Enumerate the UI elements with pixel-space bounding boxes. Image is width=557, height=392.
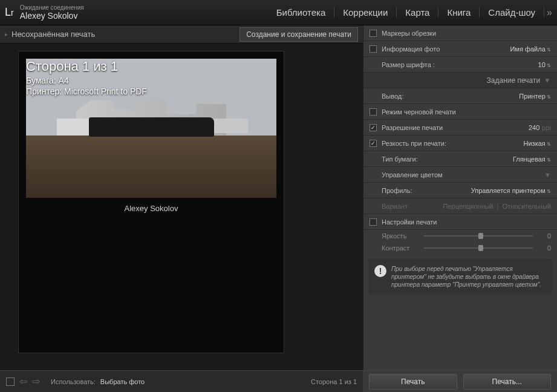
color-mgmt-row[interactable]: Управление цветом ▼ xyxy=(363,167,557,183)
printer-label: Принтер: Microsoft Print to PDF xyxy=(26,87,147,96)
brightness-row: Яркость 0 xyxy=(363,230,557,242)
nav-library[interactable]: Библиотека xyxy=(268,7,335,18)
variant-relative: Относительный xyxy=(503,203,551,210)
info-text: При выборе перед печатью "Управляется пр… xyxy=(391,265,546,289)
crop-markers-checkbox[interactable] xyxy=(370,30,377,37)
sub-toolbar: ▸ Несохранённая печать Создание и сохран… xyxy=(0,25,363,44)
print-dialog-button[interactable]: Печать... xyxy=(463,374,552,390)
info-box: ! При выборе перед печатью "Управляется … xyxy=(368,259,552,295)
contrast-slider[interactable] xyxy=(424,247,533,249)
user-block: Ожидание соединения Alexey Sokolov xyxy=(20,4,268,21)
print-button[interactable]: Печать xyxy=(369,374,457,390)
next-arrow-icon[interactable]: ⇨ xyxy=(32,376,40,387)
resolution-unit: ppi xyxy=(542,124,551,131)
use-dropdown[interactable]: Выбрать фото xyxy=(100,378,145,385)
collapse-icon: ▼ xyxy=(544,76,551,85)
print-job-title: Задание печати xyxy=(487,76,541,85)
resolution-checkbox[interactable] xyxy=(370,124,377,131)
page-overlay: Сторона 1 из 1 Бумага: A4 Принтер: Micro… xyxy=(26,59,147,96)
output-row: Вывод: Принтер xyxy=(363,88,557,104)
top-nav: Библиотека Коррекции Карта Книга Слайд-ш… xyxy=(268,7,552,18)
crop-markers-label: Маркеры обрезки xyxy=(382,30,551,37)
footer-right: Печать Печать... xyxy=(363,371,557,392)
profile-dropdown[interactable]: Управляется принтером xyxy=(471,187,551,194)
output-dropdown[interactable]: Принтер xyxy=(519,93,551,100)
contrast-row: Контраст 0 xyxy=(363,242,557,254)
nav-develop[interactable]: Коррекции xyxy=(334,7,397,18)
footer: ⇦ ⇨ Использовать: Выбрать фото Сторона 1… xyxy=(0,370,557,392)
page-counter: Сторона 1 из 1 xyxy=(26,59,147,74)
font-size-row: Размер шрифта : 10 xyxy=(363,57,557,73)
left-pane: ▸ Несохранённая печать Создание и сохран… xyxy=(0,25,363,370)
photo-info-row: Информация фото Имя файла xyxy=(363,41,557,57)
footer-left: ⇦ ⇨ Использовать: Выбрать фото Сторона 1… xyxy=(0,371,363,392)
color-mgmt-label: Управление цветом xyxy=(370,171,541,178)
profile-label: Профиль: xyxy=(370,187,471,194)
nav-map[interactable]: Карта xyxy=(397,7,438,18)
variant-label: Вариант xyxy=(370,203,408,210)
contrast-value: 0 xyxy=(539,244,551,252)
sharpen-label: Резкость при печати: xyxy=(382,140,524,147)
select-checkbox[interactable] xyxy=(6,377,15,386)
info-icon: ! xyxy=(374,265,386,277)
variant-row: Вариант Перцепционный | Относительный xyxy=(363,198,557,214)
paper-type-row: Тип бумаги: Глянцевая xyxy=(363,151,557,167)
crop-markers-row: Маркеры обрезки xyxy=(363,25,557,41)
photo-info-dropdown[interactable]: Имя файла xyxy=(510,45,551,53)
output-label: Вывод: xyxy=(370,93,519,100)
contrast-label: Контраст xyxy=(382,244,418,252)
paper-type-dropdown[interactable]: Глянцевая xyxy=(513,155,551,163)
photo-info-checkbox[interactable] xyxy=(370,45,377,53)
preset-title: Несохранённая печать xyxy=(11,30,239,39)
sharpen-checkbox[interactable] xyxy=(370,140,377,147)
nav-more-icon[interactable]: » xyxy=(544,7,552,18)
brightness-label: Яркость xyxy=(382,232,418,240)
brightness-value: 0 xyxy=(539,232,551,240)
print-settings-checkbox[interactable] xyxy=(370,218,377,226)
print-job-header[interactable]: Задание печати ▼ xyxy=(363,73,557,88)
sharpen-dropdown[interactable]: Низкая xyxy=(524,140,552,147)
font-size-label: Размер шрифта : xyxy=(370,61,538,68)
profile-row: Профиль: Управляется принтером xyxy=(363,183,557,198)
app-header: Lr Ожидание соединения Alexey Sokolov Би… xyxy=(0,0,557,25)
paper-type-label: Тип бумаги: xyxy=(370,155,513,163)
right-panel: Маркеры обрезки Информация фото Имя файл… xyxy=(363,25,557,370)
main-area: ▸ Несохранённая печать Создание и сохран… xyxy=(0,25,557,370)
photo-info-label: Информация фото xyxy=(382,45,510,53)
print-settings-label: Настройки печати xyxy=(382,218,551,226)
brightness-slider[interactable] xyxy=(424,235,533,237)
resolution-row: Разрешение печати 240 ppi xyxy=(363,120,557,136)
sharpen-row: Резкость при печати: Низкая xyxy=(363,136,557,151)
resolution-value[interactable]: 240 xyxy=(529,124,539,131)
collapse-icon: ▼ xyxy=(544,171,551,178)
photo-caption: Alexey Sokolov xyxy=(26,204,276,213)
page-indicator: Сторона 1 из 1 xyxy=(311,378,357,385)
connection-status: Ожидание соединения xyxy=(20,4,268,11)
paper-label: Бумага: A4 xyxy=(26,76,147,85)
preview-page: Сторона 1 из 1 Бумага: A4 Принтер: Micro… xyxy=(18,51,284,353)
app-logo: Lr xyxy=(5,6,14,19)
nav-book[interactable]: Книга xyxy=(438,7,480,18)
prev-arrow-icon[interactable]: ⇦ xyxy=(19,376,27,387)
create-save-button[interactable]: Создание и сохранение печати xyxy=(239,27,358,42)
draft-label: Режим черновой печати xyxy=(382,108,551,116)
draft-checkbox[interactable] xyxy=(370,108,377,116)
resolution-label: Разрешение печати xyxy=(382,124,529,131)
use-label: Использовать: xyxy=(51,378,96,385)
font-size-value[interactable]: 10 xyxy=(538,61,551,68)
variant-perceptual: Перцепционный xyxy=(443,203,493,210)
print-settings-row: Настройки печати xyxy=(363,214,557,230)
nav-slideshow[interactable]: Слайд-шоу xyxy=(480,7,544,18)
user-name: Alexey Sokolov xyxy=(20,11,268,21)
print-preview: Сторона 1 из 1 Бумага: A4 Принтер: Micro… xyxy=(0,44,363,370)
draft-row: Режим черновой печати xyxy=(363,104,557,120)
triangle-icon: ▸ xyxy=(5,31,8,38)
